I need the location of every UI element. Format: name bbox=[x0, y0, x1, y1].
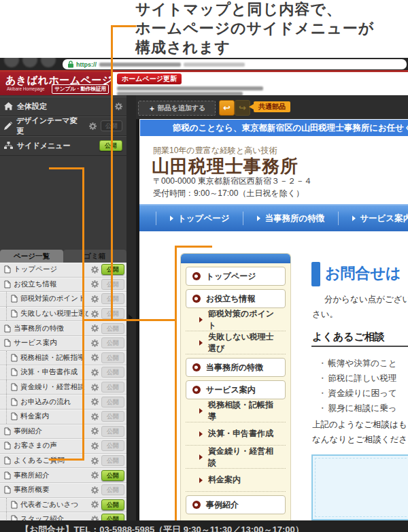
annotation-bracket-bottom bbox=[49, 459, 84, 461]
annotation-horizontal-line bbox=[82, 319, 177, 321]
annotation-menu-corner bbox=[175, 246, 212, 248]
annotation-lines-layer bbox=[0, 0, 408, 532]
screenshot-root: サイトマップと同じ内容で、 ホームページのサイドメニューが 構成されます htt… bbox=[0, 0, 408, 532]
footer-bar: 【お問合せ】TEL：03-5988-5985（平日 9:30～11:30／13:… bbox=[0, 520, 408, 532]
annotation-connector-top bbox=[111, 25, 136, 27]
annotation-bracket-top bbox=[49, 167, 84, 169]
annotation-menu-vertical-line bbox=[175, 246, 177, 520]
annotation-bracket-right bbox=[82, 167, 84, 461]
footer-contact-text: 【お問合せ】TEL：03-5988-5985（平日 9:30～11:30／13:… bbox=[20, 524, 304, 532]
annotation-vertical-line bbox=[111, 25, 113, 321]
